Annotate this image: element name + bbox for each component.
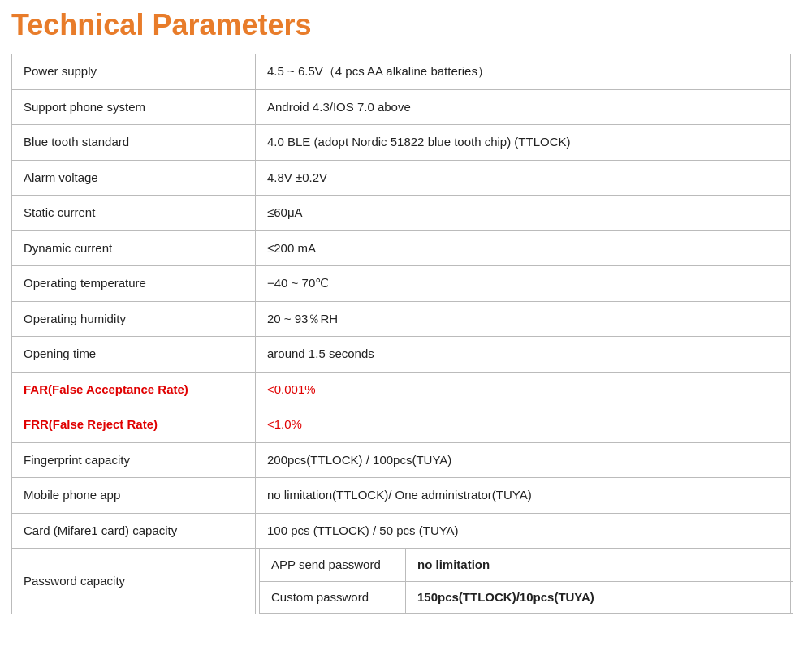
static-current-label: Static current [12, 196, 256, 231]
table-row: Operating temperature−40 ~ 70℃ [12, 266, 791, 302]
operating-humidity-label: Operating humidity [12, 301, 256, 337]
operating-temp-value: −40 ~ 70℃ [256, 266, 791, 302]
app-password-label: APP send password [260, 549, 406, 582]
password-capacity-row: Password capacityAPP send passwordno lim… [12, 549, 791, 614]
custom-password-row: Custom password150pcs(TTLOCK)/10pcs(TUYA… [260, 581, 793, 614]
opening-time-value: around 1.5 seconds [256, 337, 791, 373]
fingerprint-capacity-value: 200pcs(TTLOCK) / 100pcs(TUYA) [256, 442, 791, 478]
dynamic-current-value: ≤200 mA [256, 230, 791, 266]
power-supply-label: Power supply [12, 54, 256, 90]
opening-time-label: Opening time [12, 337, 256, 373]
operating-temp-label: Operating temperature [12, 266, 256, 302]
table-row: Operating humidity20 ~ 93％RH [12, 301, 791, 337]
far-value: <0.001% [256, 372, 791, 407]
bluetooth-label: Blue tooth standard [12, 125, 256, 161]
table-row: Blue tooth standard4.0 BLE (adopt Nordic… [12, 125, 791, 161]
mobile-phone-app-value: no limitation(TTLOCK)/ One administrator… [256, 478, 791, 514]
table-row: Opening timearound 1.5 seconds [12, 337, 791, 373]
table-row: Card (Mifare1 card) capacity100 pcs (TTL… [12, 513, 791, 549]
operating-humidity-value: 20 ~ 93％RH [256, 301, 791, 337]
app-password-row: APP send passwordno limitation [260, 549, 793, 582]
support-phone-value: Android 4.3/IOS 7.0 above [256, 89, 791, 125]
bluetooth-value: 4.0 BLE (adopt Nordic 51822 blue tooth c… [256, 125, 791, 161]
far-label: FAR(False Acceptance Rate) [12, 372, 256, 407]
table-row: Fingerprint capacity200pcs(TTLOCK) / 100… [12, 442, 791, 478]
table-row: Mobile phone appno limitation(TTLOCK)/ O… [12, 478, 791, 514]
password-capacity-label: Password capacity [12, 549, 256, 614]
frr-value: <1.0% [256, 407, 791, 443]
table-row: Power supply4.5 ~ 6.5V（4 pcs AA alkaline… [12, 54, 791, 90]
support-phone-label: Support phone system [12, 89, 256, 125]
frr-label: FRR(False Reject Rate) [12, 407, 256, 443]
password-capacity-value: APP send passwordno limitationCustom pas… [256, 549, 791, 614]
table-row: FAR(False Acceptance Rate)<0.001% [12, 372, 791, 407]
app-password-value: no limitation [406, 549, 793, 582]
card-capacity-label: Card (Mifare1 card) capacity [12, 513, 256, 549]
table-row: Alarm voltage4.8V ±0.2V [12, 160, 791, 196]
fingerprint-capacity-label: Fingerprint capacity [12, 442, 256, 478]
static-current-value: ≤60μA [256, 196, 791, 231]
mobile-phone-app-label: Mobile phone app [12, 478, 256, 514]
custom-password-label: Custom password [260, 581, 406, 614]
table-row: Dynamic current≤200 mA [12, 230, 791, 266]
parameters-table: Power supply4.5 ~ 6.5V（4 pcs AA alkaline… [11, 54, 791, 614]
table-row: Static current≤60μA [12, 196, 791, 231]
dynamic-current-label: Dynamic current [12, 230, 256, 266]
table-row: Support phone systemAndroid 4.3/IOS 7.0 … [12, 89, 791, 125]
power-supply-value: 4.5 ~ 6.5V（4 pcs AA alkaline batteries） [256, 54, 791, 90]
alarm-voltage-value: 4.8V ±0.2V [256, 160, 791, 196]
custom-password-value: 150pcs(TTLOCK)/10pcs(TUYA) [406, 581, 793, 614]
page-title: Technical Parameters [8, 8, 804, 42]
alarm-voltage-label: Alarm voltage [12, 160, 256, 196]
card-capacity-value: 100 pcs (TTLOCK) / 50 pcs (TUYA) [256, 513, 791, 549]
table-row: FRR(False Reject Rate)<1.0% [12, 407, 791, 443]
